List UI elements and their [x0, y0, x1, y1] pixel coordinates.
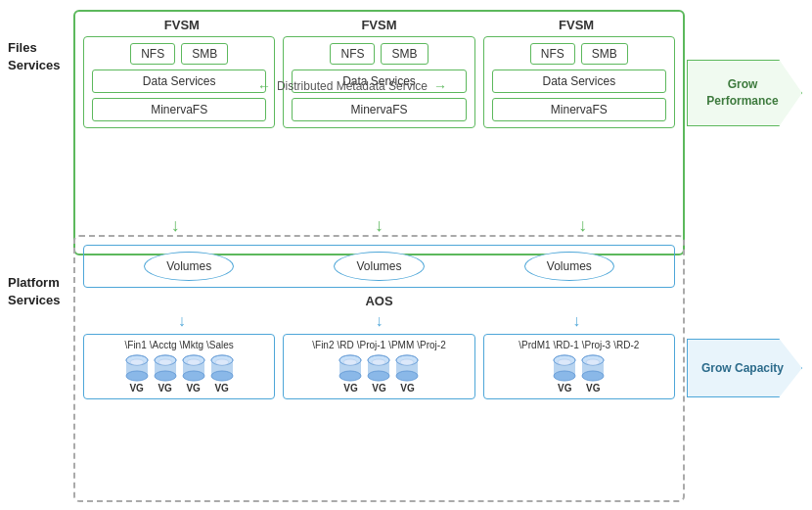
nfs-box-1: NFS	[130, 43, 175, 65]
volumes-container: Volumes Volumes Volumes	[83, 245, 675, 288]
vg1-item2: VG	[153, 354, 178, 394]
svg-point-14	[187, 359, 201, 365]
grow-performance-label: Grow Performance	[699, 76, 786, 110]
grow-performance-arrow: Grow Performance	[687, 54, 802, 132]
vg2-item3: VG	[394, 354, 420, 394]
minervafs-3: MinervaFS	[492, 98, 666, 121]
grow-capacity-arrow: Grow Capacity	[687, 333, 802, 403]
volumes-ellipse-1: Volumes	[144, 252, 234, 281]
vg3-path1: \PrdM1	[519, 340, 550, 350]
svg-point-39	[558, 359, 571, 365]
fvsm-label-3: FVSM	[493, 18, 659, 32]
vg1-item1: VG	[124, 354, 150, 394]
vg-section: \Fin1 \Acctg \Mktg \Sales VG	[83, 334, 675, 399]
svg-point-2	[126, 371, 148, 381]
conn-arrow-2: ↓	[278, 215, 479, 236]
volumes-ellipse-2: Volumes	[334, 252, 424, 281]
svg-point-29	[372, 359, 385, 365]
smb-box-1: SMB	[181, 43, 228, 65]
svg-point-7	[155, 371, 176, 381]
vg1-item3: VG	[181, 354, 206, 394]
aos-label: AOS	[83, 294, 675, 308]
fvsm-label-1: FVSM	[99, 18, 265, 32]
vg3-item1: VG	[552, 354, 577, 394]
vg1-path3: \Mktg	[180, 340, 203, 350]
grow-capacity-label: Grow Capacity	[701, 360, 784, 377]
vg1-path1: \Fin1	[125, 340, 147, 350]
svg-point-22	[339, 371, 361, 381]
inter-section-arrows: ↓ ↓ ↓	[73, 215, 685, 236]
vg1-path2: \Acctg	[150, 340, 177, 350]
volumes-ellipse-3: Volumes	[524, 252, 614, 281]
aos-arrows: ↓ ↓ ↓	[83, 312, 675, 330]
vg2-path1: \Fin2	[312, 340, 334, 350]
minervafs-2: MinervaFS	[292, 98, 466, 121]
fs-columns: NFS SMB Data Services MinervaFS ← Distri…	[83, 36, 675, 128]
vg1-item4: VG	[209, 354, 235, 394]
data-services-1: Data Services	[92, 70, 266, 93]
svg-point-42	[582, 371, 604, 381]
vg3-path2: \RD-1	[554, 340, 579, 350]
platform-services-container: Volumes Volumes Volumes AOS ↓ ↓ ↓ \Fin1 …	[73, 235, 685, 502]
fvsm-row: FVSM FVSM FVSM	[83, 18, 675, 32]
vg-group-1: \Fin1 \Acctg \Mktg \Sales VG	[83, 334, 275, 399]
platform-services-label: PlatformServices	[8, 274, 61, 309]
svg-point-9	[158, 359, 172, 365]
data-services-2: Data Services	[292, 70, 466, 93]
smb-box-3: SMB	[581, 43, 628, 65]
svg-point-17	[211, 371, 233, 381]
vg1-path4: \Sales	[206, 340, 234, 350]
minervafs-1: MinervaFS	[92, 98, 266, 121]
vg2-path2: \RD	[337, 340, 353, 350]
vg-group-3: \PrdM1 \RD-1 \Proj-3 \RD-2 V	[483, 334, 675, 399]
vg2-path4: \PMM	[388, 340, 414, 350]
vg2-path3: \Proj-1	[357, 340, 385, 350]
svg-point-4	[130, 359, 144, 365]
files-services-label: FilesServices	[8, 39, 61, 74]
vg2-path5: \Proj-2	[417, 340, 445, 350]
svg-point-44	[586, 359, 600, 365]
svg-point-19	[215, 359, 229, 365]
fs-column-1: NFS SMB Data Services MinervaFS	[83, 36, 275, 128]
vg2-item1: VG	[338, 354, 363, 394]
smb-box-2: SMB	[381, 43, 428, 65]
svg-point-32	[396, 371, 418, 381]
vg3-path4: \RD-2	[613, 340, 639, 350]
svg-point-27	[368, 371, 389, 381]
svg-point-37	[554, 371, 575, 381]
vg3-path3: \Proj-3	[582, 340, 610, 350]
conn-arrow-1: ↓	[74, 215, 276, 236]
svg-point-24	[343, 359, 357, 365]
fs-column-3: NFS SMB Data Services MinervaFS	[483, 36, 675, 128]
svg-point-34	[400, 359, 414, 365]
nfs-box-2: NFS	[330, 43, 375, 65]
vg-group-2: \Fin2 \RD \Proj-1 \PMM \Proj-2	[283, 334, 474, 399]
fvsm-label-2: FVSM	[295, 18, 462, 32]
vg3-item2: VG	[580, 354, 606, 394]
conn-arrow-3: ↓	[482, 215, 684, 236]
data-services-3: Data Services	[492, 70, 666, 93]
nfs-box-3: NFS	[530, 43, 575, 65]
fs-column-2: NFS SMB Data Services MinervaFS	[283, 36, 474, 128]
svg-point-12	[183, 371, 204, 381]
vg2-item2: VG	[366, 354, 391, 394]
